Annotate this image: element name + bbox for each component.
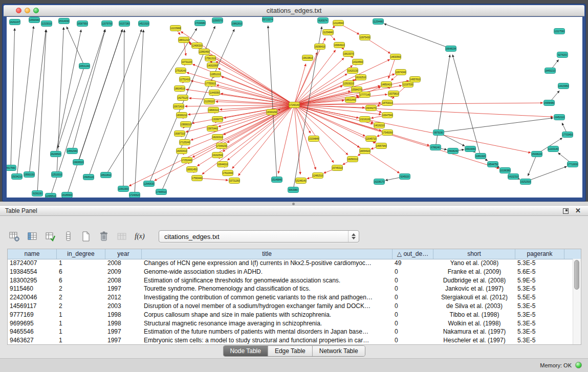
cell-pagerank[interactable]: 5.3E-5	[515, 311, 564, 319]
table-row[interactable]: 1456911722003Disruption of a novel membe…	[8, 302, 573, 311]
graph-node[interactable]: 18387950	[77, 21, 88, 27]
graph-node[interactable]: 11561900	[118, 186, 129, 192]
cell-pagerank[interactable]: 5.6E-5	[515, 268, 564, 276]
graph-node[interactable]: 19375810	[388, 91, 399, 97]
table-row[interactable]: 946362711997Embryonic stem cells: a mode…	[8, 336, 573, 344]
cell-out_degree[interactable]: 0	[393, 336, 433, 344]
graph-node[interactable]: 14957940	[376, 143, 387, 149]
cell-title[interactable]: Tourette syndrome. Phenomenology and cla…	[142, 285, 393, 293]
graph-node[interactable]: 17125240	[180, 140, 190, 145]
graph-node[interactable]: 10731220	[182, 59, 192, 65]
cell-pagerank[interactable]: 5.3E-5	[515, 319, 564, 328]
close-window-icon[interactable]	[16, 8, 21, 13]
table-row[interactable]: 1938455462009Genome-wide association stu…	[8, 268, 573, 276]
graph-node[interactable]: 10590940	[29, 17, 40, 23]
cell-pagerank[interactable]: 5.5E-5	[515, 293, 564, 302]
tab-node-table[interactable]: Node Table	[223, 346, 268, 356]
graph-node[interactable]: 17593440	[192, 176, 203, 181]
graph-node[interactable]: 10644010	[217, 162, 228, 167]
graph-node[interactable]: 16522810	[101, 172, 112, 178]
cell-year[interactable]: 1998	[105, 311, 142, 319]
graph-node[interactable]: 18061450	[187, 167, 198, 172]
graph-node[interactable]: 17240620	[129, 192, 140, 198]
delete-column-icon[interactable]	[98, 230, 110, 243]
graph-node[interactable]: 12406320	[192, 43, 203, 49]
graph-node[interactable]: 14521920	[139, 21, 149, 27]
graph-node[interactable]: 17465510	[156, 189, 167, 195]
graph-node[interactable]: 9274203	[557, 52, 568, 58]
cell-in_degree[interactable]: 1	[57, 311, 105, 319]
graph-node[interactable]: 15870440	[207, 126, 218, 132]
table-row[interactable]: 911546021997Tourette syndrome. Phenomeno…	[8, 285, 573, 293]
table-row[interactable]: 2242004622012Investigating the contribut…	[8, 293, 573, 302]
graph-node[interactable]: 8917560	[7, 165, 16, 171]
column-header-out_degree[interactable]: △ out_de…	[393, 249, 433, 259]
graph-node[interactable]: 19619370	[343, 51, 354, 57]
graph-node[interactable]: 6786240	[430, 145, 441, 150]
graph-node[interactable]: 12481510	[313, 173, 323, 179]
cell-in_degree[interactable]: 6	[57, 276, 105, 285]
cell-in_degree[interactable]: 1	[57, 336, 105, 344]
minimize-window-icon[interactable]	[25, 8, 30, 13]
graph-node[interactable]: 16452110	[554, 115, 565, 120]
graph-node[interactable]: 11254480	[373, 19, 384, 25]
graph-node[interactable]: 10974340	[396, 70, 406, 75]
cell-name[interactable]: 9699695	[8, 319, 57, 328]
graph-node[interactable]: 14002090	[207, 63, 218, 69]
graph-node[interactable]: 19862810	[232, 21, 243, 27]
cell-name[interactable]: 9465546	[8, 327, 57, 336]
cell-pagerank[interactable]: 5.9E-5	[515, 276, 564, 285]
graph-node[interactable]: 16531440	[345, 97, 356, 103]
cell-title[interactable]: Disruption of a novel member of a sodium…	[142, 302, 393, 311]
graph-node[interactable]: 17755910	[205, 81, 216, 86]
graph-node[interactable]: 18306210	[177, 113, 187, 118]
column-header-name[interactable]: name	[8, 249, 57, 259]
graph-node[interactable]: 16162510	[356, 75, 366, 80]
graph-node[interactable]: 10975430	[360, 35, 371, 40]
graph-node[interactable]: 15034210	[12, 174, 23, 180]
graph-node[interactable]: 19806310	[208, 107, 219, 113]
cell-title[interactable]: Estimation of significance thresholds fo…	[142, 276, 393, 285]
table-row[interactable]: 969969511998Structural magnetic resonanc…	[8, 319, 573, 328]
graph-node[interactable]: 15008220	[532, 151, 542, 157]
graph-node[interactable]: 11254840	[323, 30, 334, 35]
graph-node[interactable]: 19619810	[302, 55, 313, 61]
cell-name[interactable]: 19384554	[8, 268, 57, 276]
column-header-short[interactable]: short	[433, 249, 515, 259]
graph-node[interactable]: 10196380	[500, 168, 511, 173]
graph-node[interactable]: 18604510	[175, 86, 185, 92]
cell-short[interactable]: Franke et al. (2009)	[433, 268, 515, 276]
network-window-titlebar[interactable]: citations_edges.txt	[4, 5, 584, 16]
cell-out_degree[interactable]: 0	[393, 285, 433, 293]
cell-short[interactable]: de Silva et al. (2003)	[433, 302, 515, 311]
cell-year[interactable]: 1997	[105, 336, 142, 344]
cell-pagerank[interactable]: 5.3E-5	[515, 302, 564, 311]
new-column-icon[interactable]	[80, 230, 92, 243]
graph-node[interactable]: 17561310	[205, 56, 216, 61]
cell-title[interactable]: Genome-wide association studies in ADHD.	[142, 268, 393, 276]
graph-node[interactable]: 26206500	[51, 151, 61, 157]
graph-node[interactable]: 18300290	[267, 110, 277, 115]
graph-node[interactable]: 17034680	[195, 20, 206, 26]
close-panel-icon[interactable]: ✕	[575, 207, 581, 214]
graph-node[interactable]: 9245020	[400, 174, 410, 180]
graph-node[interactable]: 13216100	[360, 117, 371, 122]
graph-node[interactable]: 16648194	[446, 46, 456, 52]
graph-node[interactable]: 18200310	[212, 135, 223, 140]
graph-node[interactable]: 11315010	[41, 21, 52, 27]
cell-in_degree[interactable]: 2	[57, 285, 105, 293]
cell-name[interactable]: 22420046	[8, 293, 57, 302]
graph-node[interactable]: 27518140	[176, 68, 186, 74]
graph-node[interactable]: 31620130	[347, 68, 358, 74]
graph-node[interactable]: 17703450	[562, 132, 573, 138]
cell-short[interactable]: Dudbridge et al. (2008)	[433, 276, 515, 285]
graph-node[interactable]: 13154845	[309, 136, 319, 142]
table-row[interactable]: 946554611997Estimation of the future num…	[8, 327, 573, 336]
table-row[interactable]: 1872400712008Changes of HCN gene express…	[8, 259, 573, 268]
cell-name[interactable]: 14569117	[8, 302, 57, 311]
graph-node[interactable]: 8183074	[318, 18, 329, 24]
graph-node[interactable]: 14957810	[410, 77, 421, 82]
tab-edge-table[interactable]: Edge Table	[268, 346, 313, 356]
graph-node[interactable]: 9979190	[433, 130, 444, 136]
graph-node[interactable]: 15958480	[544, 100, 555, 106]
